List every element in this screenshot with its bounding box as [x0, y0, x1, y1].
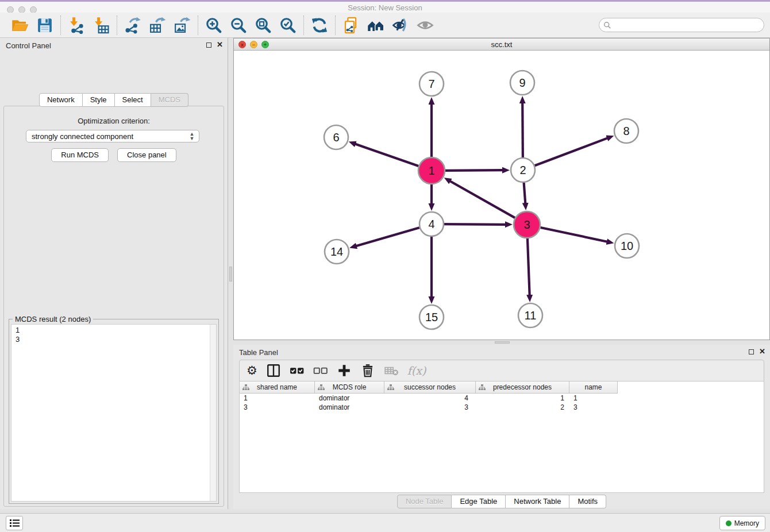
column-header-successor-nodes[interactable]: successor nodes [384, 381, 476, 394]
criterion-value: strongly connected component [32, 132, 133, 141]
splitter-grip[interactable] [229, 267, 232, 282]
memory-button[interactable]: Memory [719, 516, 765, 530]
network-canvas[interactable]: 7968124314101511 [234, 51, 769, 340]
memory-status-icon [726, 521, 732, 526]
graph-node-label: 8 [623, 125, 629, 137]
show-all-icon[interactable] [417, 17, 434, 34]
cell-name[interactable]: 3 [569, 403, 618, 412]
cell-shared-name[interactable]: 1 [240, 394, 315, 403]
table-panel: Table Panel ✕ ⚙ [233, 345, 770, 509]
graph-node-label: 10 [621, 240, 633, 252]
float-panel-icon[interactable] [206, 43, 211, 48]
status-bar: Memory [0, 513, 770, 532]
search-input[interactable] [614, 20, 764, 31]
import-table-icon[interactable] [93, 17, 110, 34]
copy-network-icon[interactable] [342, 17, 360, 34]
cell-successor-nodes[interactable]: 4 [384, 394, 476, 403]
export-network-icon[interactable] [124, 17, 141, 34]
export-table-icon[interactable] [149, 17, 166, 34]
cell-predecessor-nodes[interactable]: 1 [476, 394, 569, 403]
cell-predecessor-nodes[interactable]: 2 [476, 403, 569, 412]
result-item[interactable]: 3 [16, 335, 216, 344]
column-header-shared-name[interactable]: shared name [240, 381, 315, 394]
optimization-criterion-label: Optimization criterion: [4, 117, 224, 125]
tab-network[interactable]: Network [39, 93, 83, 107]
unselect-all-icon[interactable] [313, 363, 328, 378]
control-panel-title: Control Panel [6, 41, 51, 50]
graph-edge-4-14[interactable] [356, 228, 419, 246]
select-all-icon[interactable] [290, 363, 305, 378]
column-header-mcds-role[interactable]: MCDS role [315, 381, 384, 394]
app-titlebar: Session: New Session [0, 2, 770, 13]
columns-icon[interactable] [266, 363, 281, 378]
graph-node-label: 11 [525, 309, 537, 322]
task-history-button[interactable] [6, 516, 23, 530]
result-item[interactable]: 1 [16, 326, 216, 335]
node-table: shared name MCDS role successor nodes pr… [239, 381, 764, 493]
graph-node-label: 3 [523, 218, 530, 231]
graph-edge-2-8[interactable] [535, 138, 608, 165]
graph-edge-2-9[interactable] [522, 103, 523, 157]
tab-mcds[interactable]: MCDS [151, 93, 188, 107]
graph-edge-3-10[interactable] [540, 228, 607, 242]
mcds-result-list[interactable]: 1 3 [11, 324, 217, 502]
memory-label: Memory [734, 519, 759, 527]
app-title: Session: New Session [0, 3, 770, 12]
graph-node-label: 4 [428, 218, 434, 230]
first-neighbors-icon[interactable] [367, 17, 384, 34]
tab-select[interactable]: Select [115, 93, 151, 107]
graph-node-label: 9 [519, 76, 525, 89]
tab-motifs[interactable]: Motifs [569, 495, 606, 508]
attribute-tree-icon [479, 384, 486, 391]
zoom-in-icon[interactable] [205, 17, 222, 34]
vertical-splitter[interactable] [228, 38, 233, 509]
table-panel-tabs: Node Table Edge Table Network Table Moti… [233, 495, 770, 508]
horizontal-splitter[interactable] [233, 340, 770, 345]
float-panel-icon[interactable] [749, 349, 754, 354]
splitter-grip[interactable] [495, 341, 510, 344]
delete-row-icon[interactable] [360, 363, 375, 378]
cell-mcds-role[interactable]: dominator [315, 403, 384, 412]
search-box[interactable] [599, 18, 764, 32]
close-panel-button[interactable]: Close panel [117, 148, 176, 162]
graph-edge-1-6[interactable] [355, 144, 418, 167]
table-row[interactable]: 1 dominator 4 1 1 [240, 394, 764, 403]
mcds-result-group: MCDS result (2 nodes) 1 3 [9, 319, 219, 504]
run-mcds-button[interactable]: Run MCDS [51, 148, 109, 162]
close-panel-icon[interactable]: ✕ [217, 42, 223, 48]
network-window-title: scc.txt [234, 40, 769, 49]
criterion-dropdown[interactable]: strongly connected component ▲▼ [26, 130, 199, 142]
tab-network-table[interactable]: Network Table [506, 495, 569, 508]
column-header-name[interactable]: name [569, 381, 618, 394]
tab-edge-table[interactable]: Edge Table [452, 495, 506, 508]
zoom-selected-icon[interactable] [279, 17, 297, 34]
graph-edge-3-1[interactable] [450, 181, 515, 218]
table-row[interactable]: 3 dominator 3 2 3 [240, 403, 764, 412]
delete-table-icon [384, 363, 399, 378]
graph-edge-1-2[interactable] [445, 170, 503, 171]
graph-edge-4-3[interactable] [444, 224, 506, 225]
network-window-titlebar[interactable]: x − + scc.txt [234, 38, 769, 51]
cell-shared-name[interactable]: 3 [240, 403, 315, 412]
column-header-predecessor-nodes[interactable]: predecessor nodes [476, 381, 569, 394]
open-file-icon[interactable] [11, 17, 29, 34]
cell-mcds-role[interactable]: dominator [315, 394, 384, 403]
tab-style[interactable]: Style [83, 93, 115, 107]
import-network-icon[interactable] [68, 17, 85, 34]
cell-name[interactable]: 1 [569, 394, 618, 403]
zoom-out-icon[interactable] [230, 17, 247, 34]
export-image-icon[interactable] [174, 17, 191, 34]
cell-successor-nodes[interactable]: 3 [384, 403, 476, 412]
table-settings-icon[interactable]: ⚙ [247, 363, 257, 378]
hide-selected-icon[interactable] [392, 17, 409, 34]
zoom-fit-icon[interactable] [255, 17, 272, 34]
add-row-icon[interactable] [337, 363, 352, 378]
graph-edge-3-11[interactable] [528, 238, 530, 295]
refresh-icon[interactable] [311, 17, 328, 34]
graph-edge-2-3[interactable] [524, 183, 526, 203]
result-scrollbar[interactable] [210, 325, 216, 501]
tab-node-table[interactable]: Node Table [397, 495, 452, 508]
graph-node-label: 1 [428, 164, 434, 177]
save-session-icon[interactable] [36, 17, 53, 34]
close-panel-icon[interactable]: ✕ [759, 349, 765, 354]
